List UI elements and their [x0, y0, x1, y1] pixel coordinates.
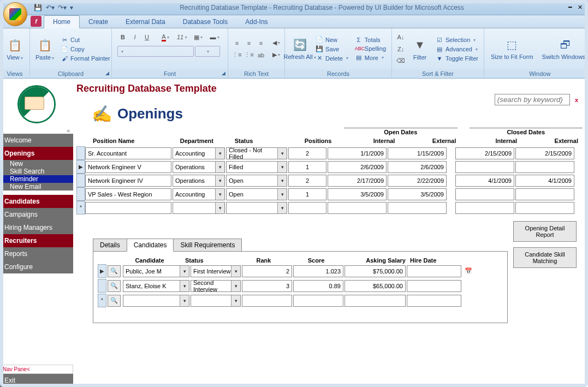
tab-external-data[interactable]: External Data — [117, 16, 174, 28]
switch-windows-button[interactable]: 🗗Switch Windows — [539, 36, 588, 62]
row-selector[interactable]: * — [98, 294, 106, 307]
hire-date-cell[interactable] — [407, 280, 461, 292]
align-left-button[interactable]: ≡ — [231, 38, 242, 49]
open-external-cell[interactable]: 2/22/2009 — [388, 175, 447, 187]
decrease-indent-button[interactable]: ◀ — [271, 38, 282, 49]
positions-cell[interactable]: 2 — [288, 175, 326, 187]
rank-cell[interactable] — [242, 295, 292, 307]
new-record-button[interactable]: 📄New — [313, 35, 351, 44]
bold-button[interactable]: B — [117, 32, 128, 43]
position-cell[interactable] — [85, 175, 171, 187]
open-internal-cell[interactable] — [328, 202, 387, 214]
open-external-cell[interactable] — [388, 202, 447, 214]
rank-cell[interactable]: 3 — [242, 280, 292, 292]
open-candidate-icon[interactable]: 🔍 — [108, 280, 121, 292]
candidate-combo[interactable]: Stanz, Eloise K — [123, 280, 189, 292]
indent-button[interactable]: ab — [256, 50, 266, 61]
hire-date-cell[interactable] — [407, 295, 461, 307]
subtab-skills[interactable]: Skill Requirements — [173, 239, 242, 252]
spelling-button[interactable]: ABCSpelling — [353, 45, 388, 52]
opening-detail-report-button[interactable]: Opening Detail Report — [513, 221, 577, 242]
underline-button[interactable]: U — [141, 32, 152, 43]
save-icon[interactable]: 💾 — [34, 4, 41, 11]
tab-add-ins[interactable]: Add-Ins — [236, 16, 276, 28]
closed-internal-cell[interactable] — [455, 202, 514, 214]
sidebar-item-exit[interactable]: Exit — [0, 374, 73, 387]
closed-internal-cell[interactable]: 2/15/2009 — [455, 147, 514, 159]
sidebar-item-configure[interactable]: Configure — [0, 260, 73, 273]
italic-button[interactable]: I — [129, 32, 140, 43]
numbering-button[interactable]: ⋮≡ — [243, 50, 254, 61]
bullets-button[interactable]: ⋮≡ — [231, 50, 242, 61]
filter-button[interactable]: ▼Filter — [408, 37, 431, 62]
increase-indent-button[interactable]: ▶ — [271, 50, 282, 61]
candidate-status-combo[interactable]: First Interview — [191, 265, 241, 277]
view-button[interactable]: 📋View — [3, 37, 26, 62]
save-record-button[interactable]: 💾Save — [313, 45, 351, 53]
score-cell[interactable] — [293, 295, 343, 307]
sidebar-item-recruiters[interactable]: Recruiters — [0, 234, 73, 247]
tab-database-tools[interactable]: Database Tools — [174, 16, 237, 28]
clipboard-launcher-icon[interactable]: ◢ — [105, 70, 109, 76]
search-input[interactable] — [495, 94, 570, 105]
department-combo[interactable]: Accounting — [173, 147, 225, 159]
status-combo[interactable]: Closed - Not Filled — [226, 147, 287, 159]
undo-icon[interactable]: ↶▾ — [46, 4, 54, 11]
open-external-cell[interactable]: 3/5/2009 — [388, 188, 447, 200]
closed-internal-cell[interactable]: 4/1/2009 — [455, 175, 514, 187]
align-right-button[interactable]: ≡ — [256, 38, 266, 49]
department-combo[interactable]: Operations — [173, 175, 225, 187]
salary-cell[interactable]: $75,000.00 — [345, 265, 406, 277]
sidebar-item-reminder[interactable]: Reminder — [0, 175, 73, 183]
position-cell[interactable] — [85, 202, 171, 214]
row-selector[interactable]: ▶ — [98, 264, 106, 278]
close-icon[interactable]: ✕ — [575, 4, 585, 11]
gridlines-button[interactable]: ▦ — [191, 32, 206, 43]
candidate-combo[interactable]: Public, Joe M — [123, 265, 189, 277]
row-selector[interactable] — [76, 146, 85, 160]
open-internal-cell[interactable]: 1/1/2009 — [328, 147, 387, 159]
department-combo[interactable] — [173, 202, 225, 214]
fill-color-button[interactable]: ▬ — [207, 32, 222, 43]
font-size-button[interactable]: 11 — [174, 32, 189, 43]
search-clear-icon[interactable]: x — [575, 97, 578, 103]
calendar-icon[interactable]: 📅 — [465, 267, 472, 275]
font-name-button[interactable] — [117, 46, 194, 57]
position-cell[interactable] — [85, 188, 171, 200]
salary-cell[interactable] — [345, 295, 406, 307]
font-launcher-icon[interactable]: ◢ — [222, 70, 225, 76]
refresh-all-button[interactable]: 🔄Refresh All — [288, 36, 311, 62]
status-combo[interactable]: Open — [226, 188, 287, 200]
position-cell[interactable] — [85, 147, 171, 159]
clear-sort-button[interactable]: ⌫ — [395, 56, 406, 67]
sidebar-item-candidates[interactable]: Candidates — [0, 195, 73, 208]
row-selector[interactable] — [98, 279, 106, 293]
cut-button[interactable]: ✂Cut — [58, 36, 112, 44]
department-combo[interactable]: Accounting — [173, 188, 225, 200]
office-button[interactable] — [3, 2, 27, 26]
open-external-cell[interactable]: 2/6/2009 — [388, 161, 447, 173]
sidebar-item-openings[interactable]: Openings — [0, 147, 73, 160]
position-cell[interactable] — [85, 161, 171, 173]
sidebar-item-hiring-managers[interactable]: Hiring Managers — [0, 221, 73, 234]
hire-date-cell[interactable] — [407, 265, 461, 277]
open-internal-cell[interactable]: 3/5/2009 — [328, 188, 387, 200]
candidate-status-combo[interactable]: Second Interview — [191, 280, 241, 292]
row-selector[interactable]: ▶ — [76, 160, 85, 174]
selection-button[interactable]: ☑Selection — [433, 36, 480, 44]
minimize-icon[interactable]: ━ — [566, 4, 574, 11]
addin-tab-icon[interactable]: f — [31, 16, 41, 27]
sort-asc-button[interactable]: A↓ — [395, 32, 406, 43]
closed-external-cell[interactable] — [515, 188, 574, 200]
score-cell[interactable]: 0.89 — [293, 280, 343, 292]
status-combo[interactable]: Open — [226, 175, 287, 187]
closed-external-cell[interactable]: 4/1/2009 — [515, 175, 574, 187]
size-to-fit-button[interactable]: ⬚Size to Fit Form — [488, 36, 537, 61]
positions-cell[interactable]: 2 — [288, 147, 326, 159]
totals-button[interactable]: ΣTotals — [353, 36, 388, 44]
tab-create[interactable]: Create — [80, 16, 117, 28]
rank-cell[interactable]: 2 — [242, 265, 292, 277]
closed-external-cell[interactable] — [515, 202, 574, 214]
toggle-filter-button[interactable]: ▼Toggle Filter — [433, 55, 480, 62]
salary-cell[interactable]: $65,000.00 — [345, 280, 406, 292]
